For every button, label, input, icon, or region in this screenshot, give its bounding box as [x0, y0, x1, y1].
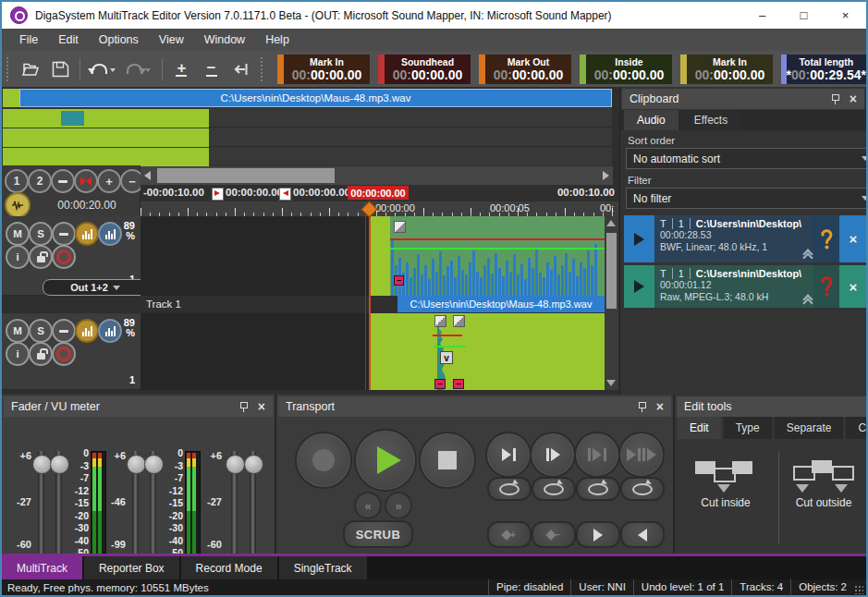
zoom-preset-2-button[interactable]: 2	[28, 169, 52, 193]
tab-separate[interactable]: Separate	[775, 417, 844, 439]
track1-clip-head[interactable]	[370, 216, 390, 296]
close-panel-icon[interactable]: ×	[850, 92, 857, 105]
menu-item-2[interactable]: Options	[89, 29, 149, 51]
scroll-down-icon[interactable]	[606, 380, 616, 386]
filter-select[interactable]: No filter	[626, 188, 868, 209]
next-marker-button[interactable]	[576, 521, 620, 548]
track1-collapse-button[interactable]	[52, 222, 76, 246]
track2-info-button[interactable]: i	[6, 342, 30, 366]
track2-level-line-red[interactable]	[433, 335, 462, 336]
zoom-out-button[interactable]: −	[200, 56, 224, 82]
play-to-cursor-button[interactable]	[485, 432, 532, 478]
close-panel-icon[interactable]: ×	[258, 400, 265, 413]
track2-fade-handle-right[interactable]	[453, 315, 465, 327]
scrub-button[interactable]: SCRUB	[343, 520, 413, 548]
track2-gain-marker-right[interactable]: –	[453, 379, 464, 389]
entry1-delete-button[interactable]: ×	[839, 215, 867, 262]
overview-teal-segment[interactable]	[61, 111, 84, 126]
track1-clip-title-bar[interactable]: C:\Users\nin\Desktop\Maus-48.mp3.wav	[397, 296, 605, 312]
entry1-play-button[interactable]	[624, 215, 654, 262]
loop-1-button[interactable]	[487, 477, 532, 501]
track2-level-line-green[interactable]	[434, 346, 466, 347]
mon-fader-left-knob[interactable]	[226, 455, 245, 474]
resize-grip[interactable]	[854, 585, 863, 594]
toolbar-grip[interactable]	[261, 57, 265, 81]
pin-icon[interactable]	[637, 401, 647, 413]
menu-item-4[interactable]: Window	[194, 29, 255, 51]
playhead-line[interactable]	[369, 201, 371, 390]
overview-track3-bar[interactable]	[3, 128, 209, 147]
track1-solo-button[interactable]: S	[29, 222, 53, 246]
menu-item-1[interactable]: Edit	[48, 29, 89, 51]
in-fader-left-knob[interactable]	[32, 455, 52, 474]
toolbar-grip[interactable]	[6, 57, 11, 81]
expand-icon[interactable]	[804, 254, 812, 262]
maximize-button[interactable]: □	[783, 2, 825, 29]
entry2-body[interactable]: T 1 C:\Users\nin\Desktop\ 00:00:01.12 Ra…	[654, 265, 813, 308]
menu-item-5[interactable]: Help	[255, 29, 300, 51]
track2-waveform-mode-button[interactable]	[75, 319, 99, 343]
track2-lock-button[interactable]	[29, 342, 53, 366]
overview-file-bar[interactable]: C:\Users\nin\Desktop\Maus-48.mp3.wav	[19, 89, 612, 107]
track1-gain-marker[interactable]: –	[394, 275, 404, 286]
track1-info-button[interactable]: i	[6, 245, 30, 269]
track1-fade-handle[interactable]	[394, 221, 406, 233]
overview-clip-fragment[interactable]	[3, 89, 19, 107]
zoom-in-button[interactable]: +	[169, 56, 193, 82]
entry1-prelisten-button[interactable]	[813, 215, 839, 262]
track1-lock-button[interactable]	[29, 245, 53, 269]
track2-record-arm-button[interactable]	[52, 342, 76, 366]
tab-reporter-box[interactable]: Reporter Box	[84, 556, 179, 579]
mark-in-flag-icon[interactable]	[212, 188, 224, 201]
minimize-button[interactable]: –	[741, 2, 783, 29]
tab-audio[interactable]: Audio	[624, 110, 679, 130]
track2-mute-button[interactable]: M	[6, 319, 30, 343]
tracks-scrollbar-thumb[interactable]	[606, 233, 617, 309]
pin-icon[interactable]	[830, 93, 840, 105]
tab-clip-in[interactable]: Clip & In	[846, 417, 866, 439]
loop-2-button[interactable]	[532, 477, 576, 501]
previous-marker-button[interactable]	[620, 521, 665, 548]
play-from-cursor-button[interactable]	[530, 432, 576, 478]
track2-gain-marker-left[interactable]: –	[434, 379, 446, 389]
mon-fader-right-knob[interactable]	[244, 455, 263, 474]
save-button[interactable]	[48, 56, 72, 82]
tab-type[interactable]: Type	[724, 417, 772, 439]
play-button[interactable]	[354, 429, 417, 492]
track1-output-select[interactable]: Out 1+2	[43, 279, 148, 296]
track1-waveform-mode-button[interactable]	[75, 222, 99, 246]
open-file-button[interactable]	[18, 56, 43, 82]
loop-3-button[interactable]	[576, 477, 620, 501]
play-selection-button[interactable]	[574, 432, 620, 478]
zoom-preset-1-button[interactable]: 1	[5, 169, 29, 193]
close-button[interactable]: ×	[825, 2, 866, 29]
zoom-collapse-button[interactable]	[51, 169, 75, 193]
skip-forward-button[interactable]: »	[385, 492, 412, 519]
loop-4-button[interactable]	[620, 477, 665, 501]
snap-to-marker-button[interactable]	[229, 56, 253, 82]
skip-back-button[interactable]: «	[354, 492, 382, 519]
waveform-zoom-button[interactable]	[5, 192, 31, 218]
entry2-prelisten-button[interactable]	[813, 265, 839, 308]
tab-effects[interactable]: Effects	[681, 110, 740, 130]
clipboard-entry-2[interactable]: T 1 C:\Users\nin\Desktop\ 00:00:01.12 Ra…	[624, 265, 867, 308]
pin-icon[interactable]	[238, 401, 249, 413]
zoom-to-marks-button[interactable]	[74, 169, 98, 193]
stop-button[interactable]	[419, 432, 476, 489]
track2-solo-button[interactable]: S	[29, 319, 53, 343]
tab-multitrack[interactable]: MultiTrack	[2, 556, 82, 579]
track1-name[interactable]: Track 1	[141, 298, 181, 310]
add-marker-button[interactable]: +	[487, 521, 532, 548]
undo-button[interactable]	[88, 56, 118, 82]
record-button[interactable]	[295, 432, 352, 489]
play-around-button[interactable]	[618, 432, 665, 478]
overview-track4-bar[interactable]	[3, 148, 209, 166]
track2-collapse-button[interactable]	[52, 319, 76, 343]
track2-volume-marker[interactable]: v	[440, 351, 453, 364]
sort-order-select[interactable]: No automatic sort	[626, 148, 868, 169]
tab-singletrack[interactable]: SingleTrack	[279, 556, 367, 579]
track2-clip-body[interactable]	[370, 313, 605, 390]
entry2-play-button[interactable]	[624, 265, 654, 308]
mark-out-flag-icon[interactable]	[279, 188, 291, 201]
entry1-body[interactable]: T 1 C:\Users\nin\Desktop\ 00:00:28.53 BW…	[654, 215, 813, 262]
